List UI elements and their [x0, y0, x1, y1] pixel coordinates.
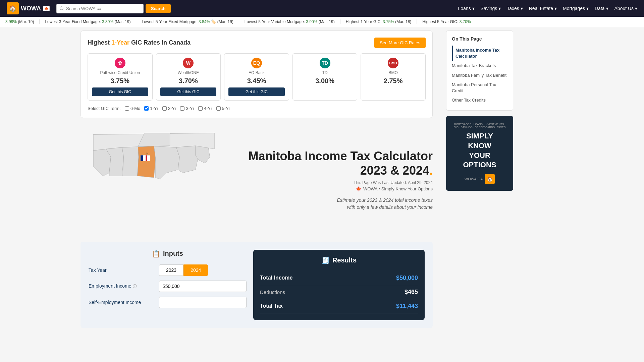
sidebar-link-family-benefit[interactable]: Manitoba Family Tax Benefit — [452, 71, 507, 80]
ticker-link-5yr-fixed[interactable]: Lowest 5-Year Fixed Mortgage: 3.84% 🏷️ — [142, 19, 216, 24]
results-icon: 🧾 — [321, 256, 330, 264]
see-more-gic-button[interactable]: See More GIC Rates — [374, 38, 426, 48]
ticker-item: Highest 1-Year GIC: 3.75% (Mar. 18) — [340, 19, 417, 24]
bank-rate-bmo: 2.75% — [365, 77, 421, 85]
results-panel: 🧾 Results Total Income $50,000 Deduction… — [253, 250, 425, 320]
ad-logo: WOWA.CA 🏠 — [453, 174, 506, 184]
year-toggle: 2023 2024 — [159, 264, 208, 276]
deductions-row: Deductions $465 — [260, 285, 418, 299]
search-button[interactable]: Search — [146, 4, 171, 13]
hero-content: Manitoba Income Tax Calculator 2023 & 20… — [221, 149, 433, 211]
bank-logo-pathwise: ✿ — [115, 58, 125, 68]
employment-income-input[interactable] — [159, 281, 247, 292]
wowa-ad-icon: 🏠 — [485, 174, 495, 184]
hero-updated: This Page Was Last Updated: April 29, 20… — [221, 180, 433, 185]
total-tax-label: Total Tax — [260, 303, 283, 309]
nav-real-estate[interactable]: Real Estate ▾ — [529, 6, 557, 11]
term-6mo[interactable]: 6-Mo — [125, 106, 141, 111]
nav-mortgages[interactable]: Mortgages ▾ — [563, 6, 589, 11]
nav-savings[interactable]: Savings ▾ — [481, 6, 501, 11]
sidebar-advertisement: MORTGAGES · LOANS · INVESTMENTS · GIC · … — [446, 116, 513, 190]
gic-title-suffix: GIC Rates in Canada — [129, 39, 191, 46]
ad-domain: WOWA.CA — [465, 177, 483, 181]
bank-rate-wealthone: 3.70% — [160, 77, 217, 85]
ticker-link-5yr-var[interactable]: Lowest 5-Year Variable Mortgage: 3.90% — [245, 19, 317, 24]
total-tax-row: Total Tax $11,443 — [260, 299, 418, 313]
bank-rate-eq: 3.45% — [228, 77, 285, 85]
gic-card: Highest 1-Year GIC Rates in Canada See M… — [80, 31, 433, 118]
hero-title-text: Manitoba Income Tax Calculator — [249, 149, 433, 163]
year-2023-button[interactable]: 2023 — [159, 264, 183, 276]
hero-brand-text: WOWA • Simply Know Your Options — [363, 186, 433, 191]
hero-section: 🏳 Manitoba Income Tax Calculator 2023 & … — [80, 125, 433, 235]
total-income-row: Total Income $50,000 — [260, 271, 418, 285]
hero-description: Estimate your 2023 & 2024 total income t… — [221, 197, 433, 211]
bank-name-eq: EQ Bank — [228, 70, 285, 75]
term-3yr[interactable]: 3-Yr — [180, 106, 194, 111]
get-gic-eq[interactable]: Get this GIC — [228, 87, 285, 96]
bank-card-pathwise: ✿ Pathwise Credit Union 3.75% Get this G… — [88, 53, 153, 101]
svg-text:🏳: 🏳 — [146, 152, 149, 155]
bank-card-td: TD TD 3.00% — [292, 53, 358, 101]
employment-income-label: Employment Income ⓘ — [89, 283, 156, 289]
get-gic-pathwise[interactable]: Get this GIC — [92, 87, 148, 96]
nav-links: Loans ▾ Savings ▾ Taxes ▾ Real Estate ▾ … — [458, 6, 637, 11]
sidebar-link-other-credits[interactable]: Other Tax Credits — [452, 96, 507, 105]
ticker-item: Lowest 5-Year Fixed Mortgage: 3.84% 🏷️ (… — [136, 19, 239, 24]
term-5yr[interactable]: 5-Yr — [216, 106, 230, 111]
gic-banks-list: ✿ Pathwise Credit Union 3.75% Get this G… — [88, 53, 426, 101]
sidebar-link-personal-credit[interactable]: Manitoba Personal Tax Credit — [452, 80, 507, 96]
ticker-link-1yr-gic[interactable]: Highest 1-Year GIC: 3.75% — [346, 19, 394, 24]
bank-logo-bmo: BMO — [388, 58, 398, 68]
ticker-bar: 3.99% (Mar. 19) Lowest 3-Year Fixed Mort… — [0, 17, 644, 27]
nav-taxes[interactable]: Taxes ▾ — [507, 6, 523, 11]
bank-card-eq: EQ EQ Bank 3.45% Get this GIC — [224, 53, 289, 101]
ticker-link-3yr[interactable]: Lowest 3-Year Fixed Mortgage: 3.89% — [45, 19, 113, 24]
total-tax-value: $11,443 — [396, 303, 418, 310]
gic-title-highlight: 1-Year — [111, 39, 129, 46]
term-4yr[interactable]: 4-Yr — [198, 106, 212, 111]
year-2024-button[interactable]: 2024 — [183, 264, 208, 276]
ticker-rate-1: 3.99% — [5, 19, 17, 24]
hero-dot: . — [429, 164, 433, 177]
bank-logo-td: TD — [320, 58, 330, 68]
bank-name-pathwise: Pathwise Credit Union — [92, 70, 148, 75]
bank-logo-wealthone: W — [183, 58, 194, 68]
term-1yr[interactable]: 1-Yr — [144, 106, 158, 111]
ad-title: SIMPLYKNOWYOUROPTIONS — [453, 131, 506, 170]
bank-name-bmo: BMO — [365, 70, 421, 75]
bank-rate-td: 3.00% — [297, 77, 353, 85]
hero-title-year: 2023 & 2024. — [360, 164, 433, 177]
tax-year-label: Tax Year — [89, 267, 156, 273]
search-input[interactable] — [56, 4, 144, 13]
canada-map-container: 🏳 — [80, 131, 215, 228]
logo-text: WOWA — [21, 5, 41, 12]
gic-title: Highest 1-Year GIC Rates in Canada See M… — [88, 38, 426, 48]
inputs-icon: 📋 — [152, 250, 160, 258]
sidebar-link-brackets[interactable]: Manitoba Tax Brackets — [452, 61, 507, 70]
get-gic-wealthone[interactable]: Get this GIC — [160, 87, 217, 96]
bank-card-bmo: BMO BMO 2.75% — [361, 53, 426, 101]
ticker-item: Highest 5-Year GIC: 3.70% — [417, 19, 476, 24]
logo[interactable]: 🏠 WOWA 🍁 — [7, 2, 50, 14]
nav-about-us[interactable]: About Us ▾ — [614, 6, 637, 11]
svg-rect-1 — [141, 155, 143, 161]
bank-logo-eq: EQ — [251, 58, 262, 68]
canada-flag: 🍁 — [43, 6, 50, 11]
nav-data[interactable]: Data ▾ — [595, 6, 608, 11]
ticker-item: Lowest 5-Year Variable Mortgage: 3.90% (… — [239, 19, 340, 24]
total-income-value: $50,000 — [396, 275, 418, 282]
total-income-label: Total Income — [260, 275, 293, 281]
bank-card-wealthone: W WealthONE 3.70% Get this GIC — [156, 53, 221, 101]
deductions-label: Deductions — [260, 289, 285, 295]
hero-title: Manitoba Income Tax Calculator 2023 & 20… — [221, 149, 433, 178]
ticker-link-5yr-gic[interactable]: Highest 5-Year GIC: 3.70% — [422, 19, 471, 24]
nav-loans[interactable]: Loans ▾ — [458, 6, 475, 11]
employment-income-info-icon[interactable]: ⓘ — [133, 284, 137, 289]
term-2yr[interactable]: 2-Yr — [162, 106, 176, 111]
self-employment-input[interactable] — [159, 297, 247, 308]
ticker-item: Lowest 3-Year Fixed Mortgage: 3.89% (Mar… — [40, 19, 136, 24]
results-title: 🧾 Results — [260, 256, 418, 264]
gic-title-prefix: Highest — [88, 39, 111, 46]
sidebar-link-calculator[interactable]: Manitoba Income Tax Calculator — [452, 46, 507, 61]
